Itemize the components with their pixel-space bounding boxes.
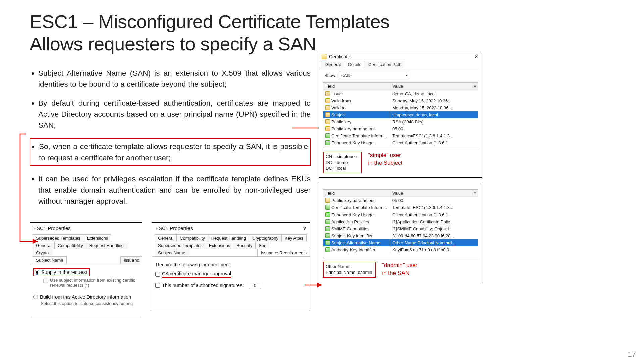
cert-fields-table-top[interactable]: ▲ Field Value Issuerdemo-CA, demo, local… [323,82,478,148]
ext-field-icon [325,133,330,138]
table-row[interactable]: Subject Key Identifier31 09 d4 60 57 94 … [323,232,478,239]
table-row[interactable]: Certificate Template Inform...Template=E… [323,132,478,139]
checkbox-use-existing[interactable] [43,279,48,283]
title-line-1: ESC1 – Misconfigured Certificate Templat… [30,11,390,32]
table-row[interactable]: Issuerdemo-CA, demo, local [323,90,478,97]
ext-field-icon [325,247,330,252]
table-row[interactable]: Enhanced Key UsageClient Authentication … [323,211,478,218]
table-row[interactable]: Certificate Template Inform...Template=E… [323,204,478,211]
build-hint: Select this option to enforce consistenc… [41,301,139,306]
title-line-2: Allows requesters to specify a SAN [30,33,316,54]
field-icon [325,126,330,131]
bullet-3: So, when a certificate template allows r… [38,138,311,166]
tab-b-ser[interactable]: Ser [255,242,269,249]
cert-fields-table-bottom[interactable]: ▲ Field Value Public key parameters05 00… [323,189,478,258]
table-row[interactable]: SMIME Capabilities[1]SMIME Capability: O… [323,225,478,232]
cert-tab-certpath[interactable]: Certification Path [365,61,405,68]
tab-b-request-handling[interactable]: Request Handling [208,234,249,242]
tab-b-issuance-req[interactable]: Issuance Requirements [257,249,310,256]
field-icon [325,112,330,117]
tab-b-compatibility[interactable]: Compatibility [176,234,208,242]
checkbox-auth-sigs[interactable] [155,283,160,288]
help-icon[interactable]: ? [303,225,306,231]
tab-b-keyattes[interactable]: Key Attes [281,234,307,242]
highlight-box-bullet3: So, when a certificate template allows r… [30,138,311,166]
esc1-properties-panel-b: ESC1 Properties ? General Compatibility … [152,222,310,309]
tab-b-security[interactable]: Security [233,242,256,249]
table-row[interactable]: Valid toMonday, May 15, 2023 10:36:... [323,104,478,111]
table-row[interactable]: Application Policies[1]Application Certi… [323,218,478,225]
bullet-1: Subject Alternative Name (SAN) is an ext… [38,68,311,90]
certificate-window-top: Certificate × General Details Certificat… [319,52,482,178]
close-icon[interactable]: × [473,54,479,59]
table-row[interactable]: Public keyRSA (2048 Bits) [323,118,478,125]
show-label: Show: [324,73,336,78]
subject-annotation: “simple” user in the Subject [368,152,402,167]
tab-b-crypto[interactable]: Cryptography [249,234,282,242]
tabggle-b-extensions[interactable]: Extensions [206,242,234,249]
tab-subject-name[interactable]: Subject Name [33,256,67,264]
ext-field-icon [325,205,330,210]
certificate-window-bottom: ▲ Field Value Public key parameters05 00… [319,184,482,282]
checkbox-auth-sigs-label: This number of authorized signatures: [162,283,244,288]
require-label: Require the following for enrollment: [156,262,306,267]
field-icon [325,91,330,96]
field-icon [325,198,330,203]
tab-superseded[interactable]: Superseded Templates [33,234,84,242]
table-row[interactable]: Subject Alternative NameOther Name:Princ… [323,239,478,246]
bullet-list: Subject Alternative Name (SAN) is an ext… [30,68,311,214]
col-field: Field [323,83,390,90]
subject-detail-box: CN = simpleuser DC = demo DC = local [323,152,362,173]
bullet-4: It can be used for privileges escalation… [38,173,311,207]
col-field: Field [323,190,390,197]
field-icon [325,98,330,103]
panel-b-title: ESC1 Properties ? [152,223,310,234]
bullet-2: By default during certificate-based auth… [38,98,311,131]
page-number: 17 [628,350,636,359]
tab-compatibility[interactable]: Compatibility [54,242,86,249]
slide-title: ESC1 – Misconfigured Certificate Templat… [30,11,614,55]
highlight-supply-in-request: Supply in the request [33,268,90,276]
checkbox-use-existing-label: Use subject information from existing ce… [50,278,139,288]
scroll-up-icon[interactable]: ▲ [472,83,478,88]
ext-field-icon [325,233,330,238]
radio-build-label: Build from this Active Directory informa… [40,294,131,300]
tab-b-subject-name[interactable]: Subject Name [155,249,189,256]
scroll-up-icon[interactable]: ▲ [472,190,478,195]
tab-crypto[interactable]: Crypto [33,249,52,256]
auth-sigs-input[interactable]: 0 [249,282,261,289]
ext-field-icon [325,212,330,217]
tab-issuance-cut[interactable]: Issuanc [120,256,142,264]
radio-supply-in-request[interactable] [35,270,39,275]
radio-supply-label: Supply in the request [41,269,87,275]
radio-build-from-ad[interactable] [33,295,38,299]
certificate-title: Certificate [329,54,350,59]
show-select[interactable]: <All> [339,72,410,79]
tab-extensions[interactable]: Extensions [84,234,112,242]
ext-field-icon [325,240,330,245]
esc1-properties-panel-a: ESC1 Properties Superseded Templates Ext… [30,222,142,317]
table-row[interactable]: Enhanced Key UsageClient Authentication … [323,139,478,146]
tab-general[interactable]: General [33,242,55,249]
col-value: Value [390,83,478,90]
panel-a-title: ESC1 Properties [30,223,142,234]
table-row[interactable]: Subjectsimpleuser, demo, local [323,111,478,118]
field-icon [325,105,330,110]
table-row[interactable]: Public key parameters05 00 [323,197,478,204]
cert-tab-details[interactable]: Details [344,61,365,68]
table-row[interactable]: Authority Key IdentifierKeyID=e6 ea 71 e… [323,246,478,253]
checkbox-ca-manager-label: CA certificate manager approval [162,271,231,278]
ext-field-icon [325,140,330,145]
tab-b-general[interactable]: General [155,234,177,242]
certificate-icon [322,54,327,59]
table-row[interactable]: Public key parameters05 00 [323,125,478,132]
tab-b-superseded[interactable]: Superseded Templates [155,242,206,249]
table-row[interactable]: Valid fromSunday, May 15, 2022 10:36:... [323,97,478,104]
san-annotation: “dadmin” user in the SAN [382,262,417,277]
ext-field-icon [325,219,330,224]
tab-request-handling[interactable]: Request Handling [86,242,127,249]
cert-tab-general[interactable]: General [322,61,344,68]
col-value: Value [390,190,478,197]
checkbox-ca-manager[interactable] [155,272,160,277]
san-detail-box: Other Name: Principal Name=dadmin [323,262,376,278]
